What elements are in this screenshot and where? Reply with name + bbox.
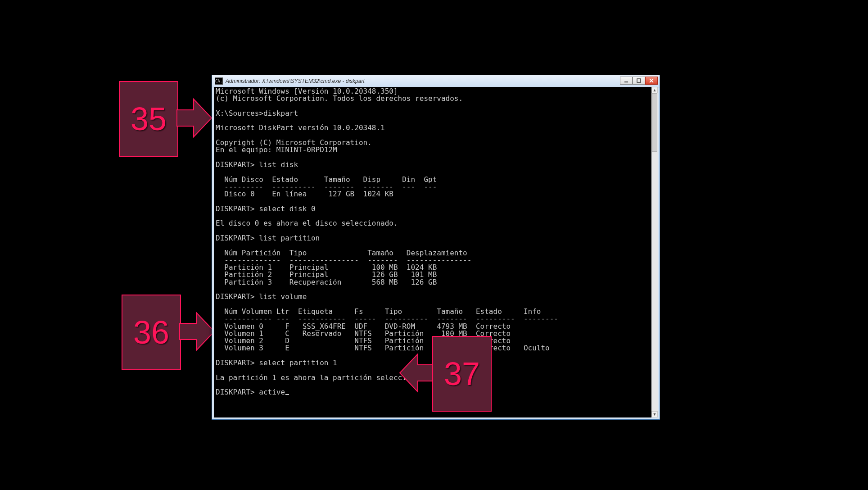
window-title: Administrador: X:\windows\SYSTEM32\cmd.e…	[226, 78, 365, 84]
maximize-button[interactable]	[633, 77, 645, 85]
arrow-right-icon	[179, 311, 215, 352]
scroll-down-button[interactable]: ▼	[651, 411, 658, 417]
canvas: 35 36 CA. Administrador: X:\windows\SYST…	[0, 0, 868, 490]
arrow-left-icon	[399, 352, 435, 394]
cursor	[285, 394, 289, 395]
cmd-icon: CA.	[215, 77, 223, 85]
scrollbar-vertical[interactable]: ▲ ▼	[651, 87, 658, 417]
callout-37-label: 37	[444, 355, 480, 392]
callout-37: 37	[399, 336, 493, 413]
close-button[interactable]	[645, 77, 658, 85]
callout-36-label: 36	[133, 314, 169, 351]
svg-rect-1	[637, 79, 641, 82]
callout-35-label: 35	[131, 100, 167, 137]
minimize-button[interactable]	[620, 77, 633, 85]
callout-36: 36	[122, 295, 216, 371]
arrow-right-icon	[176, 97, 212, 139]
svg-rect-0	[624, 82, 628, 82]
scroll-thumb[interactable]	[652, 93, 657, 152]
scroll-up-button[interactable]: ▲	[651, 87, 658, 93]
callout-35: 35	[119, 81, 213, 158]
titlebar[interactable]: CA. Administrador: X:\windows\SYSTEM32\c…	[212, 75, 660, 87]
